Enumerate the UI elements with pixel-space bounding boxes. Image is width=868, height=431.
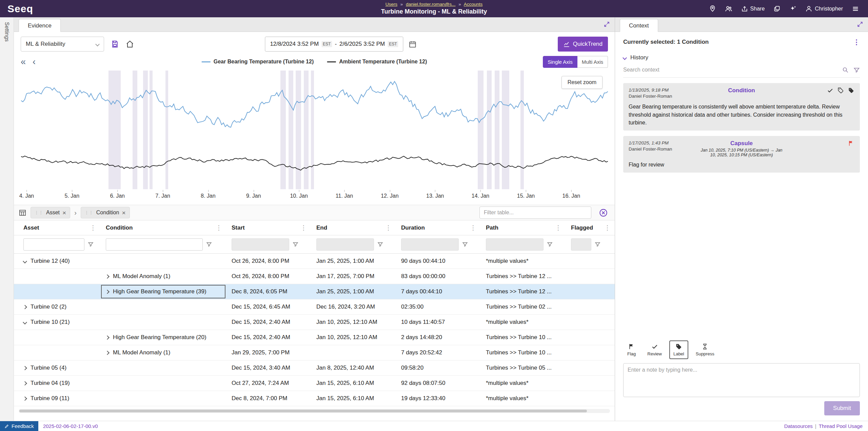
quicktrend-button[interactable]: QuickTrend: [558, 37, 608, 52]
card-type[interactable]: Capsule: [700, 140, 783, 147]
table-row-ml-model-anomaly[interactable]: ML Model Anomaly (1) Oct 26, 2024, 8:00 …: [14, 269, 615, 284]
datasources-link[interactable]: Datasources: [784, 423, 813, 429]
filter-icon[interactable]: [853, 67, 860, 73]
expand-context-icon[interactable]: [857, 21, 863, 27]
column-flagged[interactable]: Flagged: [571, 224, 593, 231]
expand-row-icon[interactable]: [23, 305, 27, 309]
table-row-turbine-12[interactable]: Turbine 12 (40) Oct 26, 2024, 8:00 PM Ja…: [14, 254, 615, 269]
filter-table-input[interactable]: [479, 207, 591, 219]
card-type[interactable]: Condition: [700, 87, 783, 94]
context-menu-icon[interactable]: ⋮: [853, 39, 860, 45]
column-menu-icon[interactable]: ⋮: [90, 224, 96, 231]
review-action-button[interactable]: Review: [643, 340, 666, 359]
funnel-icon[interactable]: [547, 241, 553, 247]
drag-handle-icon[interactable]: ⋮⋮: [85, 210, 94, 215]
legend-item[interactable]: Gear Bearing Temperature (Turbine 12): [202, 59, 314, 65]
table-row-high-gear-bearing-temp-t10[interactable]: High Gear Bearing Temperature (20) Dec 1…: [14, 330, 615, 345]
collapse-row-icon[interactable]: [23, 320, 27, 325]
breadcrumb-user-folder[interactable]: daniel.foster.roman@s...: [406, 2, 456, 7]
step-back-icon[interactable]: ‹: [33, 57, 36, 66]
history-section-toggle[interactable]: History: [623, 54, 860, 61]
flag-action-button[interactable]: Flag: [623, 340, 640, 359]
expand-row-icon[interactable]: [23, 366, 27, 370]
settings-panel-toggle[interactable]: Settings: [4, 22, 10, 421]
submit-button[interactable]: Submit: [824, 401, 860, 415]
filter-condition-input[interactable]: [106, 238, 203, 251]
column-duration[interactable]: Duration: [401, 224, 425, 231]
remove-pill-icon[interactable]: ×: [62, 210, 66, 216]
filter-asset-input[interactable]: [23, 238, 84, 251]
column-menu-icon[interactable]: ⋮: [385, 224, 392, 231]
search-icon[interactable]: [842, 66, 849, 73]
breadcrumb-accounts[interactable]: Accounts: [464, 2, 483, 7]
table-row-turbine-09[interactable]: Turbine 09 (11) Dec 8, 2024, 7:00 PM Jan…: [14, 391, 615, 406]
seeq-logo[interactable]: Seeq: [0, 3, 41, 15]
funnel-icon[interactable]: [206, 241, 212, 247]
home-icon[interactable]: [126, 40, 134, 48]
display-range-input[interactable]: 12/8/2024 3:52 PM EST - 2/6/2025 3:52 PM…: [265, 37, 403, 52]
table-row-high-gear-bearing-temp-selected[interactable]: High Gear Bearing Temperature (39) Dec 8…: [14, 284, 615, 299]
history-card-capsule[interactable]: 1/17/2025, 1:43 PM Daniel Foster-Roman C…: [623, 136, 860, 173]
funnel-icon[interactable]: [462, 241, 468, 247]
column-end[interactable]: End: [316, 224, 327, 231]
funnel-icon[interactable]: [293, 241, 298, 247]
multi-axis-button[interactable]: Multi Axis: [577, 56, 608, 68]
single-axis-button[interactable]: Single Axis: [543, 56, 577, 68]
search-context-input[interactable]: [623, 67, 837, 73]
expand-row-icon[interactable]: [105, 351, 110, 355]
windows-icon[interactable]: [773, 5, 781, 12]
thread-pool-usage-link[interactable]: Thread Pool Usage: [819, 423, 863, 429]
reset-zoom-button[interactable]: Reset zoom: [561, 76, 603, 89]
funnel-icon[interactable]: [377, 241, 383, 247]
filter-end-input[interactable]: [316, 238, 374, 251]
funnel-icon[interactable]: [88, 241, 94, 247]
group-pill-asset[interactable]: ⋮⋮ Asset ×: [31, 207, 70, 218]
hamburger-menu-icon[interactable]: [852, 5, 859, 13]
label-action-button[interactable]: Label: [669, 340, 688, 359]
users-icon[interactable]: [725, 5, 732, 13]
trend-chart[interactable]: Reset zoom: [21, 71, 608, 189]
share-button[interactable]: Share: [741, 5, 765, 12]
expand-row-icon[interactable]: [105, 274, 110, 279]
collapse-all-icon[interactable]: «: [21, 57, 26, 66]
save-worksheet-icon[interactable]: [111, 40, 119, 48]
history-card-condition[interactable]: 1/13/2025, 9:18 PM Daniel Foster-Roman C…: [623, 83, 860, 131]
map-pin-icon[interactable]: [709, 5, 716, 12]
check-icon[interactable]: [827, 87, 833, 94]
filter-start-input[interactable]: [232, 238, 289, 251]
horizontal-scrollbar[interactable]: [19, 409, 610, 413]
group-pill-condition[interactable]: ⋮⋮ Condition ×: [81, 207, 130, 218]
note-input[interactable]: [623, 363, 860, 397]
scrollbar-thumb[interactable]: [19, 410, 587, 412]
legend-item[interactable]: Ambient Temperature (Turbine 12): [327, 59, 427, 65]
expand-row-icon[interactable]: [23, 381, 27, 386]
flag-icon[interactable]: [848, 140, 854, 146]
filter-path-input[interactable]: [486, 238, 544, 251]
column-asset[interactable]: Asset: [23, 224, 39, 231]
column-menu-icon[interactable]: ⋮: [555, 224, 561, 231]
clear-filters-icon[interactable]: [599, 208, 608, 217]
table-row-turbine-10[interactable]: Turbine 10 (21) Dec 15, 2024, 2:40 AM Ja…: [14, 315, 615, 330]
column-path[interactable]: Path: [486, 224, 498, 231]
suppress-action-button[interactable]: Suppress: [692, 340, 718, 359]
table-row-turbine-02[interactable]: Turbine 02 (2) Dec 15, 2024, 6:45 AM Dec…: [14, 299, 615, 315]
calendar-icon[interactable]: [409, 40, 417, 48]
tag-filled-icon[interactable]: [848, 87, 854, 94]
remove-pill-icon[interactable]: ×: [122, 210, 125, 216]
table-row-turbine-04[interactable]: Turbine 04 (19) Oct 27, 2024, 7:24 AM Ja…: [14, 376, 615, 391]
expand-row-icon[interactable]: [105, 290, 110, 294]
table-row-ml-model-anomaly-t10[interactable]: ML Model Anomaly (1) Jan 29, 2025, 7:00 …: [14, 345, 615, 360]
column-menu-icon[interactable]: ⋮: [300, 224, 307, 231]
tab-context[interactable]: Context: [620, 19, 658, 32]
expand-row-icon[interactable]: [23, 396, 27, 401]
worksheet-select[interactable]: ML & Reliability: [21, 37, 104, 52]
column-start[interactable]: Start: [232, 224, 245, 231]
table-row-turbine-05[interactable]: Turbine 05 (4) Dec 15, 2024, 3:40 AM Jan…: [14, 360, 615, 376]
tag-icon[interactable]: [837, 87, 844, 94]
breadcrumb-users[interactable]: Users: [386, 2, 397, 7]
filter-duration-input[interactable]: [401, 238, 459, 251]
column-menu-icon[interactable]: ⋮: [470, 224, 476, 231]
user-menu[interactable]: Christopher: [805, 5, 843, 12]
table-settings-icon[interactable]: [19, 209, 26, 217]
column-menu-icon[interactable]: ⋮: [604, 224, 611, 231]
